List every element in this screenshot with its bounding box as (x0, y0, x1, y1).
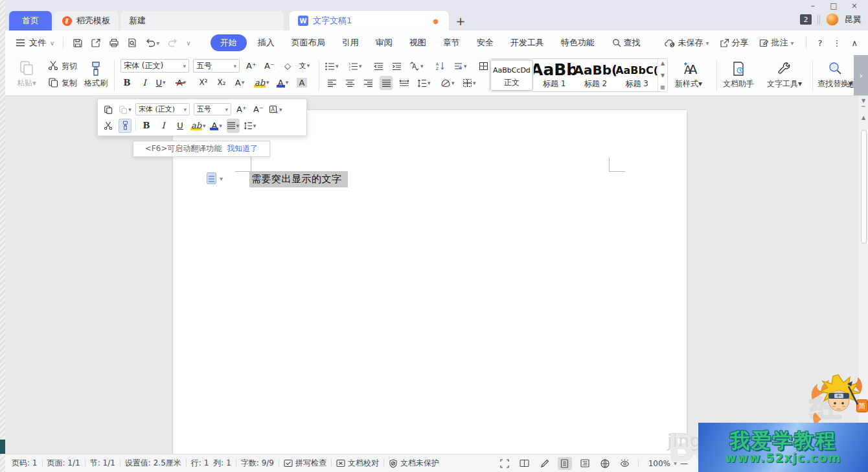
doc-assistant-button[interactable]: 文档助手 (723, 61, 754, 89)
align-center-button[interactable] (343, 76, 356, 90)
mini-decrease-font-button[interactable]: A⁻ (252, 102, 265, 117)
distribute-button[interactable] (398, 76, 411, 90)
zoom-level[interactable]: 100% (648, 459, 670, 468)
scrollbar-thumb[interactable] (861, 130, 867, 244)
font-color-button[interactable]: A ▾ (276, 75, 289, 89)
outline-view-button[interactable] (578, 457, 592, 470)
scroll-up-button[interactable]: ▲ (862, 115, 865, 121)
zoom-out-button[interactable]: — (680, 459, 688, 468)
customize-qat-button[interactable]: ∨ (186, 40, 190, 47)
mini-line-spacing-button[interactable]: ▾ (244, 119, 257, 133)
status-protection[interactable]: 文档未保护 (389, 458, 439, 469)
ribbon-tab-page-layout[interactable]: 页面布局 (283, 34, 334, 51)
status-spell-check[interactable]: 拼写检查 (284, 458, 326, 469)
tooltip-dismiss-link[interactable]: 我知道了 (227, 143, 258, 154)
style-normal[interactable]: AaBbCcDd 正文 (490, 60, 533, 91)
decrease-font-button[interactable]: A⁻ (263, 58, 276, 73)
status-line[interactable]: 行: 1 (191, 458, 209, 469)
underline-button[interactable]: U ▾ (154, 75, 167, 89)
collapse-ribbon-button[interactable]: ∧ (849, 38, 860, 48)
tab-docer-templates[interactable]: 稻壳模板 (54, 11, 119, 30)
paragraph-options-handle[interactable]: ▾ (207, 172, 223, 184)
ribbon-expand-button[interactable]: › (854, 55, 868, 95)
new-tab-button[interactable]: + (451, 11, 470, 30)
bullets-button[interactable]: ▾ (325, 59, 339, 73)
align-right-button[interactable] (361, 76, 374, 90)
ribbon-tab-insert[interactable]: 插入 (249, 34, 283, 51)
web-view-button[interactable] (598, 457, 612, 470)
mini-bold-button[interactable]: B (140, 119, 153, 133)
ribbon-tab-security[interactable]: 安全 (468, 34, 502, 51)
line-spacing-button[interactable]: ▾ (417, 76, 431, 90)
highlight-color-button[interactable]: ab ▾ (254, 75, 269, 89)
eye-protection-button[interactable] (618, 457, 632, 470)
font-name-select[interactable]: 宋体 (正文) ▾ (120, 59, 189, 73)
ribbon-tab-references[interactable]: 引用 (334, 34, 367, 51)
close-button[interactable]: × (846, 0, 863, 12)
status-proofread[interactable]: 文档校对 (336, 458, 379, 469)
ribbon-tab-section[interactable]: 章节 (435, 34, 468, 51)
export-button[interactable] (91, 38, 101, 48)
increase-font-button[interactable]: A⁺ (245, 58, 258, 73)
status-column[interactable]: 列: 1 (213, 458, 231, 469)
status-margin-setting[interactable]: 设置值: 2.5厘米 (125, 458, 181, 469)
ribbon-tab-view[interactable]: 视图 (401, 34, 435, 51)
insert-table-button[interactable] (477, 59, 490, 73)
maximize-button[interactable]: □ (825, 0, 842, 12)
borders-button[interactable]: ▾ (463, 76, 476, 90)
page-view-button[interactable] (558, 457, 572, 470)
numbering-button[interactable]: 123 ▾ (348, 59, 362, 73)
ruler-toggle-icon[interactable]: ▼┅ (862, 99, 865, 110)
search-box[interactable]: 查找 (612, 37, 641, 49)
print-preview-button[interactable] (127, 38, 137, 48)
document-page[interactable] (173, 110, 687, 454)
style-heading-3[interactable]: AaBbC( 标题 3 (616, 59, 657, 91)
tab-new[interactable]: 新建 (120, 11, 284, 30)
mini-style-picker-button[interactable]: A ▾ (269, 102, 282, 117)
ink-mode-button[interactable] (538, 457, 552, 470)
selected-text[interactable]: 需要突出显示的文字 (249, 171, 348, 187)
minimize-button[interactable]: – (805, 0, 821, 12)
ribbon-tab-home[interactable]: 开始 (211, 34, 247, 51)
font-size-select[interactable]: 五号 ▾ (193, 59, 240, 73)
text-direction-button[interactable]: A ▾ (409, 59, 424, 73)
paragraph-layout-button[interactable]: ▾ (453, 59, 467, 73)
increase-indent-button[interactable] (390, 59, 403, 73)
mini-highlight-button[interactable]: ab ▾ (190, 119, 206, 133)
mini-font-name-select[interactable]: 宋体 (正文) ▾ (135, 103, 190, 115)
mini-align-justify-button[interactable]: ▾ (227, 119, 240, 133)
format-painter-button[interactable]: 格式刷 (84, 61, 108, 89)
user-avatar[interactable] (826, 13, 839, 26)
subscript-button[interactable]: X₂ (215, 75, 228, 89)
status-section[interactable]: 节: 1/1 (90, 458, 115, 469)
bold-button[interactable]: B (120, 75, 133, 89)
notification-badge[interactable]: 2 (800, 14, 812, 25)
mini-cut-button[interactable] (102, 119, 115, 133)
decrease-indent-button[interactable] (372, 59, 385, 73)
cut-button[interactable]: 剪切 (48, 59, 77, 72)
mini-increase-font-button[interactable]: A⁺ (235, 102, 248, 117)
comment-button[interactable]: 批注 ▾ (757, 37, 797, 49)
sort-button[interactable]: AZ (434, 59, 447, 73)
mini-font-color-button[interactable]: A ▾ (210, 119, 223, 133)
mini-format-painter-button[interactable] (119, 119, 131, 133)
style-heading-2[interactable]: AaBb( 标题 2 (575, 59, 617, 91)
user-name[interactable]: 昆翼 (845, 14, 862, 25)
superscript-button[interactable]: X² (197, 75, 210, 89)
styles-scroll-down[interactable]: ▼ (661, 73, 665, 78)
clear-format-button[interactable]: ◇ (281, 58, 294, 73)
copy-button[interactable]: 复制 (48, 76, 77, 89)
mini-underline-button[interactable]: U (174, 119, 187, 133)
status-page-count[interactable]: 页面: 1/1 (47, 458, 80, 469)
align-justify-button[interactable] (380, 76, 393, 90)
book-view-button[interactable] (518, 457, 532, 470)
help-button[interactable]: ? (816, 38, 825, 48)
styles-gallery-more[interactable]: ▦ (660, 84, 665, 90)
char-shading-button[interactable]: A (295, 75, 308, 89)
text-effects-button[interactable]: A ▾ (233, 75, 246, 89)
save-status[interactable]: 未保存 ▾ (662, 37, 712, 49)
pinyin-guide-button[interactable]: 文 ▾ (298, 58, 311, 73)
new-style-button[interactable]: AA 新样式▾ (675, 61, 702, 89)
file-menu[interactable]: 文件 ∨ (5, 37, 59, 49)
more-menu-button[interactable]: ⋮ (830, 38, 843, 48)
